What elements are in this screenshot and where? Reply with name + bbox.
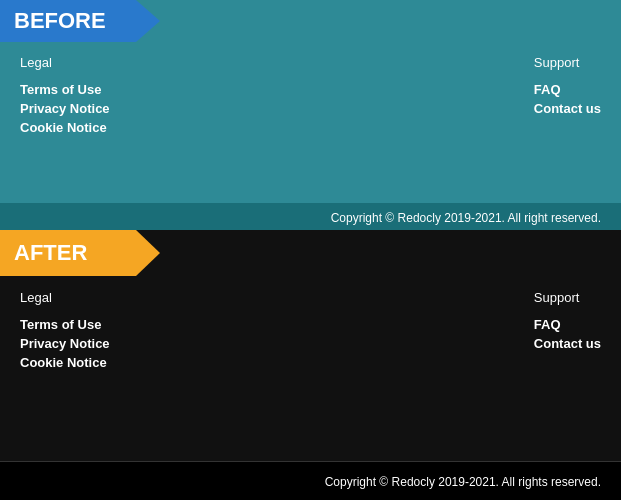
- after-privacy-link[interactable]: Privacy Notice: [20, 336, 110, 351]
- before-copyright-text: Copyright © Redocly 2019-2021. All right…: [331, 211, 601, 225]
- after-faq-link[interactable]: FAQ: [534, 317, 601, 332]
- before-support-heading: Support: [534, 55, 601, 70]
- after-support-heading: Support: [534, 290, 601, 305]
- after-copyright-bar: Copyright © Redocly 2019-2021. All right…: [0, 461, 621, 500]
- after-cookie-link[interactable]: Cookie Notice: [20, 355, 110, 370]
- after-copyright-text: Copyright © Redocly 2019-2021. All right…: [325, 475, 601, 489]
- after-label: AFTER: [0, 230, 160, 276]
- before-copyright-bar: Copyright © Redocly 2019-2021. All right…: [0, 203, 621, 233]
- after-legal-heading: Legal: [20, 290, 110, 305]
- after-contact-link[interactable]: Contact us: [534, 336, 601, 351]
- before-faq-link[interactable]: FAQ: [534, 82, 601, 97]
- before-terms-link[interactable]: Terms of Use: [20, 82, 110, 97]
- after-terms-link[interactable]: Terms of Use: [20, 317, 110, 332]
- before-legal-heading: Legal: [20, 55, 110, 70]
- after-legal-col: Legal Terms of Use Privacy Notice Cookie…: [20, 290, 110, 374]
- before-label: BEFORE: [0, 0, 160, 42]
- before-legal-col: Legal Terms of Use Privacy Notice Cookie…: [20, 55, 110, 139]
- before-privacy-link[interactable]: Privacy Notice: [20, 101, 110, 116]
- before-cookie-link[interactable]: Cookie Notice: [20, 120, 110, 135]
- before-support-col: Support FAQ Contact us: [534, 55, 601, 139]
- after-support-col: Support FAQ Contact us: [534, 290, 601, 374]
- before-contact-link[interactable]: Contact us: [534, 101, 601, 116]
